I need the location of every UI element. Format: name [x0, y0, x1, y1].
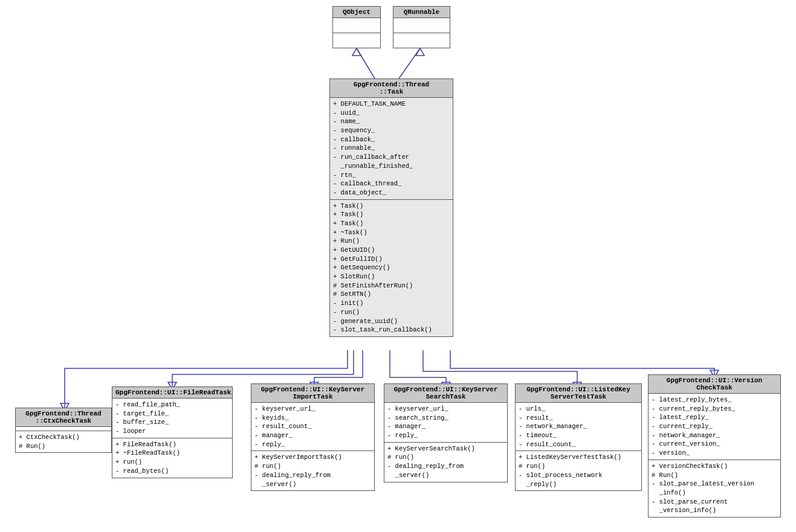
keyserver-import-title: GpgFrontend::UI::KeyServerImportTask — [251, 384, 374, 402]
listed-key-server-test-title: GpgFrontend::UI::ListedKeyServerTestTask — [516, 384, 641, 402]
svg-marker-1 — [352, 48, 361, 56]
file-read-methods: + FileReadTask() + ~FileReadTask() + run… — [112, 438, 232, 478]
svg-marker-3 — [416, 48, 424, 56]
ctx-check-task-class: GpgFrontend::Thread::CtxCheckTask + CtxC… — [15, 408, 112, 453]
listed-key-server-methods: + ListedKeyServerTestTask() # run() - sl… — [516, 450, 641, 490]
file-read-attrs: - read_file_path_ - target_file_ - buffe… — [112, 398, 232, 438]
keyserver-search-title: GpgFrontend::UI::KeyServerSearchTask — [384, 384, 507, 402]
keyserver-search-attrs: - keyserver_url_ - search_string_ - mana… — [384, 402, 507, 442]
thread-task-attrs: + DEFAULT_TASK_NAME - uuid_ - name_ - se… — [330, 97, 453, 199]
thread-task-methods: + Task() + Task() + Task() + ~Task() + R… — [330, 199, 453, 336]
keyserver-import-attrs: - keyserver_url_ - keyids_ - result_coun… — [251, 402, 374, 450]
listed-key-server-attrs: - urls_ - result_ - network_manager_ - t… — [516, 402, 641, 450]
ctx-check-task-title: GpgFrontend::Thread::CtxCheckTask — [16, 408, 111, 426]
qobject-title: QObject — [333, 7, 380, 18]
thread-task-class: GpgFrontend::Thread::Task + DEFAULT_TASK… — [329, 79, 453, 337]
qobject-methods — [333, 33, 380, 42]
version-check-task-class: GpgFrontend::UI::VersionCheckTask - late… — [648, 374, 781, 518]
qobject-class: QObject — [332, 6, 381, 48]
qrunnable-attrs — [393, 18, 450, 33]
ctx-check-attrs — [16, 426, 111, 431]
qrunnable-class: QRunnable — [393, 6, 450, 48]
qrunnable-methods — [393, 33, 450, 42]
version-check-attrs: - latest_reply_bytes_ - current_reply_by… — [649, 393, 780, 460]
keyserver-search-task-class: GpgFrontend::UI::KeyServerSearchTask - k… — [384, 383, 508, 482]
file-read-task-class: GpgFrontend::UI::FileReadTask - read_fil… — [112, 386, 233, 478]
uml-diagram: QObject QRunnable GpgFrontend::Thread::T… — [0, 0, 796, 532]
qobject-attrs — [333, 18, 380, 33]
keyserver-import-methods: + KeyServerImportTask() # run() - dealin… — [251, 450, 374, 490]
keyserver-import-task-class: GpgFrontend::UI::KeyServerImportTask - k… — [251, 383, 375, 491]
version-check-methods: + VersionCheckTask() # Run() - slot_pars… — [649, 460, 780, 517]
svg-line-2 — [399, 48, 420, 79]
version-check-title: GpgFrontend::UI::VersionCheckTask — [649, 375, 780, 393]
thread-task-title: GpgFrontend::Thread::Task — [330, 79, 453, 97]
svg-line-0 — [357, 48, 375, 79]
keyserver-search-methods: + KeyServerSearchTask() # run() - dealin… — [384, 442, 507, 482]
qrunnable-title: QRunnable — [393, 7, 450, 18]
file-read-task-title: GpgFrontend::UI::FileReadTask — [112, 387, 232, 398]
ctx-check-methods: + CtxCheckTask() # Run() — [16, 431, 111, 452]
listed-key-server-test-task-class: GpgFrontend::UI::ListedKeyServerTestTask… — [515, 383, 642, 491]
